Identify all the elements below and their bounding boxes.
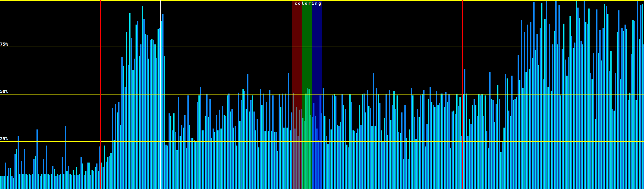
bar xyxy=(65,126,66,189)
bar xyxy=(533,2,535,189)
bar xyxy=(46,146,47,189)
bar xyxy=(8,168,9,189)
bar xyxy=(351,102,352,189)
bar xyxy=(103,167,104,189)
bar xyxy=(128,65,129,189)
bar xyxy=(252,95,253,189)
bar xyxy=(596,9,597,189)
bar xyxy=(621,28,623,189)
bar xyxy=(329,119,330,189)
bar xyxy=(613,111,615,189)
bar xyxy=(452,112,453,189)
bar xyxy=(261,105,263,189)
bar xyxy=(274,132,275,189)
bar xyxy=(235,126,236,189)
bar xyxy=(134,59,135,189)
bar xyxy=(244,91,245,189)
bar xyxy=(637,0,638,189)
bar xyxy=(106,162,107,189)
bar xyxy=(173,113,175,189)
bar xyxy=(269,90,270,189)
bar xyxy=(79,174,80,189)
bar xyxy=(219,110,220,189)
bar xyxy=(140,44,142,189)
bar xyxy=(118,102,119,189)
bar xyxy=(610,51,612,189)
bar xyxy=(125,87,126,189)
bar xyxy=(422,94,423,189)
bar xyxy=(485,95,486,189)
bar xyxy=(93,171,94,189)
bar xyxy=(77,175,79,189)
bar xyxy=(524,32,525,189)
bar xyxy=(618,10,619,189)
bar xyxy=(334,94,335,189)
bar xyxy=(120,125,121,189)
bar xyxy=(404,105,406,189)
bar xyxy=(599,30,601,189)
bar xyxy=(527,25,528,189)
bar xyxy=(142,6,143,189)
bar xyxy=(101,163,102,189)
bar xyxy=(445,92,447,189)
bar xyxy=(387,135,388,189)
bar xyxy=(472,105,473,189)
bar xyxy=(0,176,2,189)
bar xyxy=(423,90,425,189)
bar xyxy=(521,20,522,189)
bar xyxy=(584,0,585,189)
bar xyxy=(499,99,500,189)
bar xyxy=(464,69,465,189)
bar xyxy=(458,106,459,189)
bar xyxy=(590,73,591,189)
bar xyxy=(57,174,58,189)
bar xyxy=(162,14,164,189)
bar xyxy=(508,111,509,189)
bar xyxy=(271,131,272,189)
bar xyxy=(225,116,226,189)
bar xyxy=(107,157,108,189)
bar xyxy=(510,116,511,189)
bar xyxy=(573,48,574,189)
bar xyxy=(626,29,627,189)
bar xyxy=(143,19,145,189)
bar xyxy=(167,146,168,189)
bar xyxy=(11,176,13,189)
bar xyxy=(7,176,8,189)
bar xyxy=(335,96,336,189)
bar xyxy=(123,66,124,189)
bar xyxy=(208,117,209,189)
bar xyxy=(470,124,472,189)
bar xyxy=(87,163,88,189)
bar xyxy=(55,176,57,189)
bar xyxy=(238,93,239,189)
bar xyxy=(80,157,82,189)
bar xyxy=(330,129,332,189)
bar xyxy=(323,88,324,189)
bar xyxy=(595,119,596,189)
bar xyxy=(478,94,480,189)
bar xyxy=(18,136,19,189)
bar xyxy=(260,89,261,189)
bar xyxy=(349,94,351,189)
bar xyxy=(222,106,223,189)
bar xyxy=(230,112,231,189)
bar xyxy=(85,171,86,189)
bar xyxy=(346,145,347,189)
bar xyxy=(415,139,417,189)
bar xyxy=(84,175,85,189)
bar xyxy=(242,89,244,189)
bar xyxy=(532,58,533,189)
histogram-view: 75% 50% 25% coloring xyxy=(0,0,644,189)
bar xyxy=(360,125,362,189)
bar xyxy=(264,131,266,189)
bar xyxy=(489,72,491,189)
bar xyxy=(19,174,20,189)
bar xyxy=(32,174,33,189)
bar xyxy=(406,138,407,189)
bar xyxy=(639,39,640,189)
bar xyxy=(492,100,494,189)
bar xyxy=(500,152,502,189)
bar xyxy=(448,94,450,189)
bar xyxy=(642,4,643,189)
